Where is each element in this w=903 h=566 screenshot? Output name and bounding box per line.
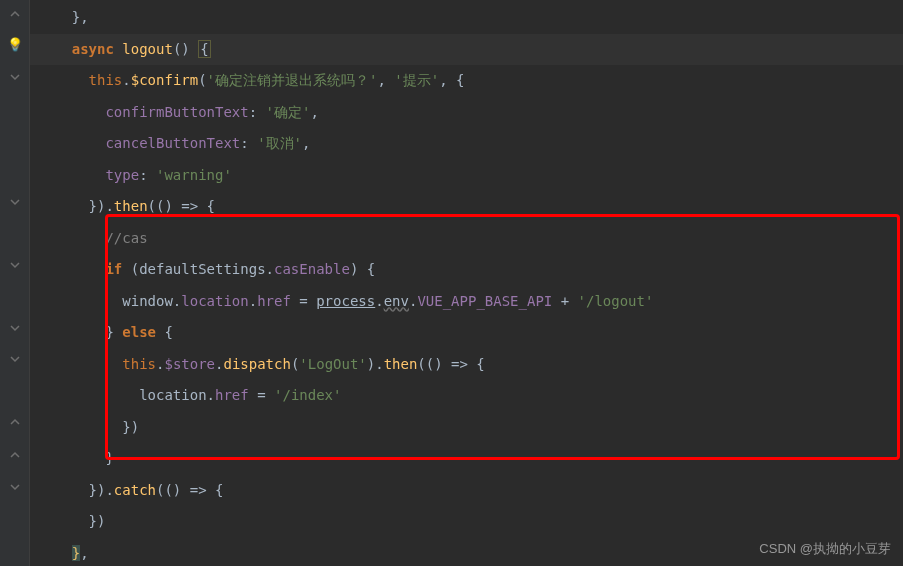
fold-icon[interactable] [8,195,22,209]
code-editor: 💡 }, async logout() { [0,0,903,566]
fold-icon[interactable] [8,480,22,494]
code-line: cancelButtonText: '取消', [30,128,903,160]
fold-icon[interactable] [8,415,22,429]
fold-icon[interactable] [8,352,22,366]
code-line: }) [30,506,903,538]
code-line: confirmButtonText: '确定', [30,97,903,129]
code-line: }).then(() => { [30,191,903,223]
code-line: type: 'warning' [30,160,903,192]
code-content[interactable]: }, async logout() { this.$confirm('确定注销并… [30,0,903,566]
gutter: 💡 [0,0,30,566]
code-line: this.$confirm('确定注销并退出系统吗？', '提示', { [30,65,903,97]
watermark: CSDN @执拗的小豆芽 [759,540,891,558]
code-line: if (defaultSettings.casEnable) { [30,254,903,286]
fold-icon[interactable] [8,321,22,335]
fold-icon[interactable] [8,7,22,21]
code-line: location.href = '/index' [30,380,903,412]
code-line: this.$store.dispatch('LogOut').then(() =… [30,349,903,381]
fold-icon[interactable] [8,70,22,84]
code-line: async logout() { [30,34,903,66]
fold-icon[interactable] [8,258,22,272]
code-line: window.location.href = process.env.VUE_A… [30,286,903,318]
code-line: //cas [30,223,903,255]
code-line: }).catch(() => { [30,475,903,507]
code-line: } else { [30,317,903,349]
code-line: } [30,443,903,475]
fold-icon[interactable] [8,39,22,53]
fold-icon[interactable] [8,448,22,462]
code-line: }) [30,412,903,444]
code-line: }, [30,2,903,34]
